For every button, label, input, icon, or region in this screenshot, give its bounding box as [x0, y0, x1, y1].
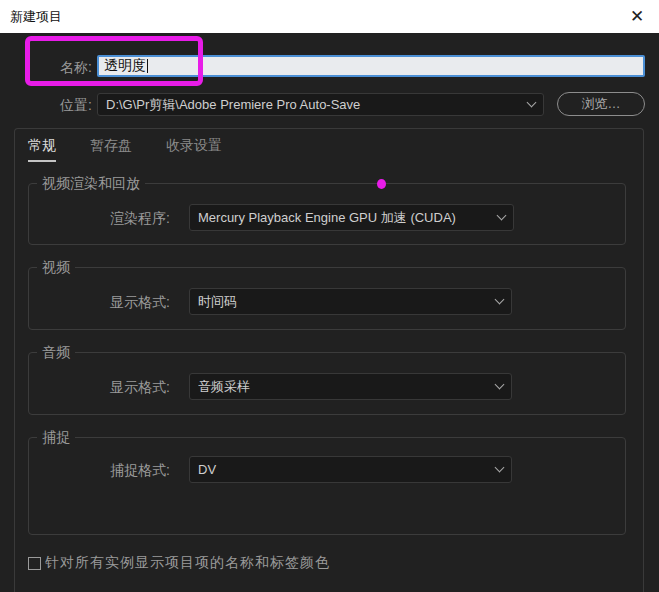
capture-format-dropdown[interactable]: DV — [189, 456, 512, 483]
chevron-down-icon — [495, 295, 505, 305]
project-name-value: 透明度 — [104, 57, 146, 75]
location-label: 位置: — [26, 97, 92, 115]
renderer-label: 渲染程序: — [29, 210, 170, 228]
close-icon[interactable]: ✕ — [623, 2, 651, 30]
capture-format-value: DV — [198, 462, 488, 477]
section-capture: 捕捉 捕捉格式: DV — [28, 437, 626, 535]
location-value: D:\G\Pr剪辑\Adobe Premiere Pro Auto-Save — [106, 96, 520, 114]
section-video-legend: 视频 — [37, 259, 75, 276]
capture-format-label: 捕捉格式: — [29, 462, 170, 480]
general-tab-panel: 视频渲染和回放 渲染程序: Mercury Playback Engine GP… — [14, 128, 644, 592]
section-audio: 音频 显示格式: 音频采样 — [28, 352, 626, 415]
display-names-checkbox-row: 针对所有实例显示项目项的名称和标签颜色 — [28, 554, 330, 572]
video-display-format-dropdown[interactable]: 时间码 — [189, 288, 512, 315]
browse-button[interactable]: 浏览… — [557, 92, 645, 116]
section-video-rendering: 视频渲染和回放 渲染程序: Mercury Playback Engine GP… — [28, 183, 626, 245]
dialog-title: 新建项目 — [10, 8, 62, 26]
text-caret — [147, 59, 148, 73]
section-capture-legend: 捕捉 — [37, 429, 75, 446]
title-bar: 新建项目 ✕ — [0, 0, 659, 33]
new-project-dialog: 新建项目 ✕ 名称: 透明度 位置: D:\G\Pr剪辑\Adobe Premi… — [0, 0, 659, 592]
location-dropdown[interactable]: D:\G\Pr剪辑\Adobe Premiere Pro Auto-Save — [97, 93, 544, 116]
display-names-checkbox-label: 针对所有实例显示项目项的名称和标签颜色 — [45, 554, 330, 572]
chevron-down-icon — [495, 463, 505, 473]
chevron-down-icon — [497, 211, 507, 221]
audio-display-format-value: 音频采样 — [198, 378, 488, 396]
renderer-dropdown[interactable]: Mercury Playback Engine GPU 加速 (CUDA) — [189, 204, 514, 231]
audio-display-format-dropdown[interactable]: 音频采样 — [189, 373, 512, 400]
chevron-down-icon — [527, 98, 537, 108]
display-names-checkbox[interactable] — [28, 557, 41, 570]
project-name-input[interactable]: 透明度 — [97, 55, 645, 77]
audio-display-format-label: 显示格式: — [29, 379, 170, 397]
section-video-rendering-legend: 视频渲染和回放 — [37, 175, 145, 192]
section-audio-legend: 音频 — [37, 344, 75, 361]
section-video: 视频 显示格式: 时间码 — [28, 267, 626, 330]
video-display-format-label: 显示格式: — [29, 294, 170, 312]
video-display-format-value: 时间码 — [198, 293, 488, 311]
chevron-down-icon — [495, 380, 505, 390]
name-label: 名称: — [26, 59, 92, 77]
renderer-value: Mercury Playback Engine GPU 加速 (CUDA) — [198, 209, 490, 227]
